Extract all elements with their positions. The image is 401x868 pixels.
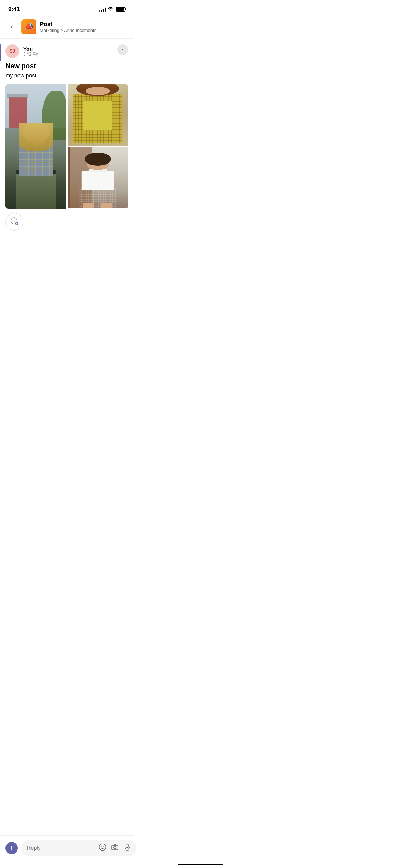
author-name: You xyxy=(23,46,39,52)
image-cell-1[interactable] xyxy=(5,84,66,209)
post-time: 3:42 PM xyxy=(23,52,39,57)
channel-icon: 📣 xyxy=(21,19,36,34)
post-header: SJ You 3:42 PM ··· xyxy=(5,44,128,58)
header-subtitle: Marketing > Announcements xyxy=(40,28,96,33)
add-reaction-button[interactable] xyxy=(5,213,23,231)
add-reaction-icon xyxy=(10,217,19,227)
author-info: You 3:42 PM xyxy=(23,46,39,57)
status-icons xyxy=(99,7,125,12)
back-chevron-icon: ‹ xyxy=(10,22,13,31)
image-grid xyxy=(5,84,128,209)
more-dots-icon: ··· xyxy=(120,47,125,52)
svg-point-1 xyxy=(13,220,14,220)
avatar: SJ xyxy=(5,44,19,58)
post-title: New post xyxy=(5,62,128,70)
header-text: Post Marketing > Announcements xyxy=(40,21,96,33)
post-body: my new post xyxy=(5,73,128,79)
header-title: Post xyxy=(40,21,96,28)
signal-icon xyxy=(99,7,106,12)
more-options-button[interactable]: ··· xyxy=(117,44,128,55)
image-cell-2[interactable] xyxy=(68,84,129,146)
status-time: 9:41 xyxy=(8,6,20,13)
battery-icon xyxy=(116,7,125,12)
svg-point-2 xyxy=(15,220,15,220)
post-container: SJ You 3:42 PM ··· New post my new post xyxy=(0,39,134,236)
image-cell-3[interactable] xyxy=(68,147,129,209)
wifi-icon xyxy=(108,7,114,12)
post-header-left: SJ You 3:42 PM xyxy=(5,44,39,58)
status-bar: 9:41 xyxy=(0,0,134,16)
back-button[interactable]: ‹ xyxy=(5,21,18,33)
header: ‹ 📣 Post Marketing > Announcements xyxy=(0,16,134,39)
post-accent xyxy=(0,44,1,61)
